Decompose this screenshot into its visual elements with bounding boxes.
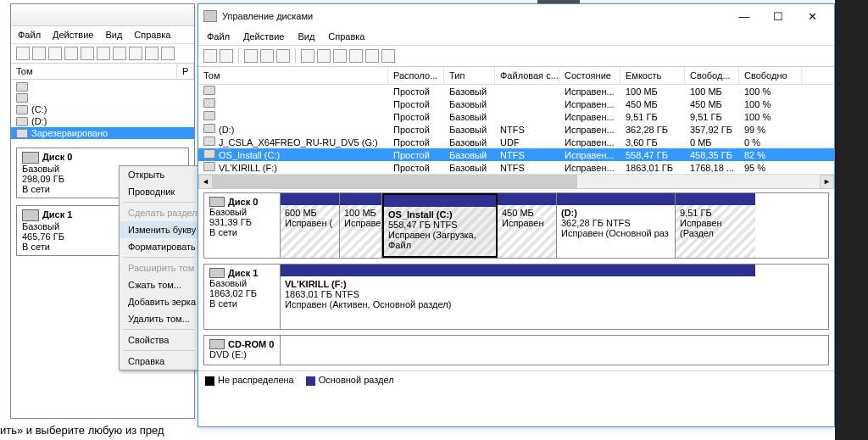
scroll-left-icon[interactable]: ◄ [198,175,213,189]
bg-menu-action[interactable]: Действие [53,30,93,40]
bg-row[interactable]: (D:) [11,115,194,127]
ctx-item[interactable]: Форматировать [120,238,198,255]
grid-row[interactable]: ПростойБазовыйИсправен...450 МБ450 МБ100… [198,97,834,110]
bg-column-header[interactable]: Том Р [11,64,194,80]
scroll-right-icon[interactable]: ► [820,175,834,189]
bg-titlebar [11,4,194,26]
col-volume[interactable]: Том [198,67,388,84]
grid-row[interactable]: ПростойБазовыйИсправен...9,51 ГБ9,51 ГБ1… [198,110,834,123]
disk-block[interactable]: CD-ROM 0DVD (E:) [203,335,829,365]
disk-icon [22,209,39,221]
tb-icon[interactable] [81,47,94,60]
bg-row[interactable] [11,81,194,92]
tb-icon[interactable] [244,49,258,63]
bg-menu-view[interactable]: Вид [105,30,122,40]
delete-icon[interactable] [317,49,331,63]
tb-icon[interactable] [276,49,290,63]
tb-icon[interactable] [349,49,363,63]
menu-view[interactable]: Вид [298,31,314,42]
ctx-item[interactable]: Сжать том... [120,276,198,293]
grid-row[interactable]: OS_Install (C:)ПростойБазовыйNTFSИсправе… [198,148,834,161]
ctx-item[interactable]: Добавить зерка [120,293,198,310]
bg-col-layout[interactable]: Р [177,64,194,79]
minimize-button[interactable]: — [727,4,761,28]
partition[interactable]: (D:)362,28 ГБ NTFSИсправен (Основной раз [557,193,676,258]
toolbar[interactable] [198,45,834,67]
page-right-strip [835,0,868,440]
menu-file[interactable]: Файл [207,31,230,42]
ctx-item[interactable]: Изменить букву [120,221,198,238]
partition[interactable]: 100 МБИсправен [340,193,382,258]
bg-toolbar[interactable] [11,43,194,64]
bg-col-volume[interactable]: Том [11,64,177,79]
tb-icon[interactable] [97,47,110,60]
partition[interactable]: VL'KIRILL (F:)1863,01 ГБ NTFSИсправен (А… [281,265,755,329]
search-icon[interactable] [365,49,379,63]
drive-icon [16,105,28,114]
fwd-icon[interactable] [220,49,233,63]
scroll-thumb[interactable] [213,175,577,189]
bg-volume-list[interactable]: (C:) (D:) Зарезервировано [11,80,194,141]
ctx-item[interactable]: Справка [120,353,198,370]
hscrollbar[interactable]: ◄ ► [198,174,834,188]
menu-action[interactable]: Действие [243,31,284,42]
col-type[interactable]: Тип [444,67,495,84]
col-layout[interactable]: Располо... [388,67,444,84]
tb-icon[interactable] [64,47,78,60]
bg-row-selected[interactable]: Зарезервировано [11,127,194,139]
scroll-track[interactable] [213,175,820,189]
refresh-icon[interactable] [301,49,314,63]
menubar[interactable]: Файл Действие Вид Справка [198,28,834,45]
tb-icon[interactable] [161,47,175,60]
context-menu[interactable]: ОткрытьПроводникСделать разделИзменить б… [119,165,199,370]
ctx-item[interactable]: Открыть [120,166,198,183]
drive-icon [203,86,215,95]
col-fs[interactable]: Файловая с... [495,67,559,84]
disk-block[interactable]: Диск 0Базовый931,39 ГБВ сети600 МБИсправ… [203,192,829,259]
back-icon[interactable] [16,47,30,60]
ctx-item[interactable]: Удалить том... [120,310,198,327]
properties-icon[interactable] [333,49,347,63]
partition[interactable]: 9,51 ГБИсправен (Раздел [676,193,755,258]
tb-icon[interactable] [129,47,142,60]
bg-row[interactable] [11,92,194,103]
col-free[interactable]: Свобод... [685,67,739,84]
ctx-item[interactable]: Проводник [120,183,198,200]
partition[interactable]: 600 МБИсправен ( [281,193,340,258]
bg-menu-help[interactable]: Справка [134,30,170,40]
col-cap[interactable]: Емкость [620,67,685,84]
ctx-item: Сделать раздел [120,204,198,221]
tb-icon[interactable] [260,49,274,63]
disk-block[interactable]: Диск 1Базовый1863,02 ГБВ сетиVL'KIRILL (… [203,264,829,330]
fwd-icon[interactable] [32,47,46,60]
app-icon [203,10,217,22]
grid-body[interactable]: ПростойБазовыйИсправен...100 МБ100 МБ100… [198,85,834,174]
titlebar[interactable]: Управление дисками — ☐ ✕ [198,4,834,28]
grid-row[interactable]: (D:)ПростойБазовыйNTFSИсправен...362,28 … [198,123,834,136]
bg-row[interactable]: (C:) [11,103,194,115]
bg-menubar[interactable]: Файл Действие Вид Справка [11,26,194,43]
grid-header[interactable]: Том Располо... Тип Файловая с... Состоян… [198,67,834,85]
drive-icon [203,136,215,146]
tb-icon[interactable] [145,47,159,60]
disk-icon [209,268,225,278]
partition[interactable]: OS_Install (C:)558,47 ГБ NTFSИсправен (З… [382,193,498,258]
legend: Не распределена Основной раздел [198,370,834,389]
tb-icon[interactable] [113,47,126,60]
grid-row[interactable]: ПростойБазовыйИсправен...100 МБ100 МБ100… [198,85,834,97]
maximize-button[interactable]: ☐ [761,4,795,28]
col-state[interactable]: Состояние [559,67,620,84]
back-icon[interactable] [203,49,217,63]
page-footer-text: ить» и выберите любую из пред [0,424,164,437]
drive-icon [16,82,28,92]
tb-icon[interactable] [48,47,62,60]
close-button[interactable]: ✕ [795,4,829,28]
tb-icon[interactable] [381,49,395,63]
grid-row[interactable]: J_CSLA_X64FREO_RU-RU_DV5 (G:)ПростойБазо… [198,136,834,148]
menu-help[interactable]: Справка [328,31,364,42]
partition[interactable]: 450 МБИсправен [498,193,557,258]
col-pct[interactable]: Свободно [739,67,802,84]
grid-row[interactable]: VL'KIRILL (F:)ПростойБазовыйNTFSИсправен… [198,161,834,174]
ctx-item[interactable]: Свойства [120,331,198,348]
bg-menu-file[interactable]: Файл [18,30,41,40]
